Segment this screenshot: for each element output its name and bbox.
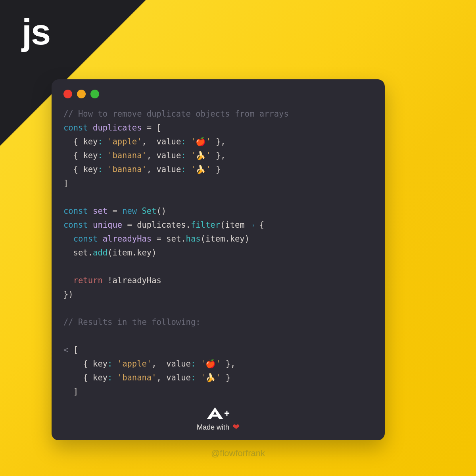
kw-return: return bbox=[73, 276, 103, 285]
method-filter: filter bbox=[191, 220, 220, 230]
heart-icon: ❤ bbox=[232, 422, 240, 432]
str-banana: banana bbox=[112, 151, 142, 160]
js-badge: js bbox=[22, 12, 50, 53]
plus-icon: + bbox=[224, 408, 230, 419]
emoji-banana-icon: 🍌 bbox=[196, 151, 206, 160]
a-plus-logo: + bbox=[207, 407, 230, 420]
footer-badge: + Made with ❤ bbox=[63, 400, 373, 432]
code-window: // How to remove duplicate objects from … bbox=[52, 79, 385, 440]
output-caret-icon: < bbox=[63, 345, 73, 355]
emoji-apple-icon: 🍎 bbox=[196, 137, 206, 146]
var-unique: unique bbox=[93, 220, 122, 230]
str-apple: apple bbox=[112, 137, 137, 146]
method-has: has bbox=[186, 234, 201, 244]
var-set: set bbox=[93, 206, 107, 216]
code-comment: // How to remove duplicate objects from … bbox=[63, 109, 289, 119]
minimize-dot-icon bbox=[77, 90, 86, 98]
code-comment-result: // Results in the following: bbox=[63, 317, 201, 327]
maximize-dot-icon bbox=[90, 90, 99, 98]
code-block: // How to remove duplicate objects from … bbox=[63, 107, 373, 399]
author-handle: @flowforfrank bbox=[0, 448, 476, 459]
window-traffic-lights bbox=[63, 90, 373, 98]
method-add: add bbox=[93, 248, 107, 257]
a-logo-icon bbox=[207, 407, 223, 420]
var-duplicates: duplicates bbox=[93, 123, 142, 132]
kw-const: const bbox=[63, 123, 88, 132]
kw-new: new bbox=[122, 206, 137, 216]
class-set: Set bbox=[142, 206, 157, 216]
arrow-fn-icon: ⇒ bbox=[245, 220, 259, 230]
made-with-label: Made with ❤ bbox=[197, 422, 240, 432]
arg-item: item bbox=[225, 220, 244, 230]
var-alreadyhas: alreadyHas bbox=[103, 234, 152, 244]
close-dot-icon bbox=[63, 90, 72, 98]
